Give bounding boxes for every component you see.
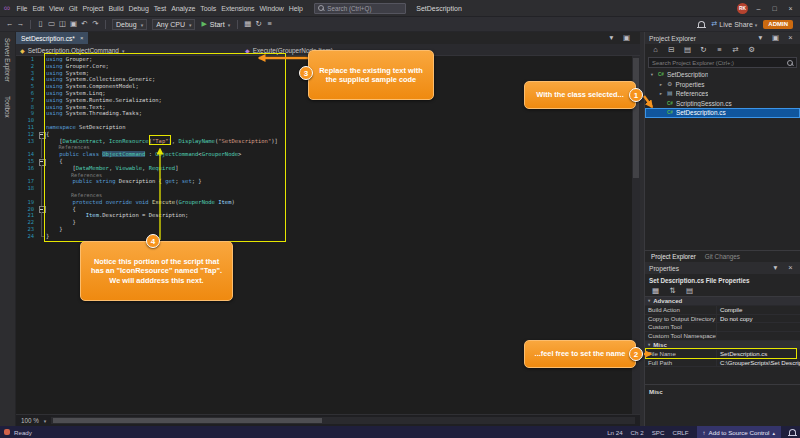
property-value[interactable] bbox=[717, 323, 800, 331]
type-dropdown[interactable]: SetDescription.ObjectCommand bbox=[16, 44, 128, 56]
property-value[interactable]: Compile bbox=[717, 306, 800, 314]
menu-test[interactable]: Test bbox=[151, 5, 168, 12]
side-tab-server-explorer[interactable]: Server Explorer bbox=[4, 38, 11, 82]
property-value[interactable]: C:\GrouperScripts\Set Descriptio bbox=[717, 359, 800, 367]
close-icon[interactable]: × bbox=[785, 261, 796, 275]
properties-header[interactable]: Properties ▾× bbox=[645, 262, 800, 274]
code-line[interactable]: 13 [DataContract, IconResource("Tap"), D… bbox=[18, 138, 632, 145]
code-line[interactable]: 11namespace SetDescription bbox=[18, 124, 632, 131]
menu-analyze[interactable]: Analyze bbox=[169, 5, 198, 12]
admin-badge[interactable]: ADMIN bbox=[763, 20, 793, 29]
tree-item-setdescription-cs[interactable]: C#SetDescription.cs bbox=[645, 108, 800, 118]
property-value[interactable]: Do not copy bbox=[717, 315, 800, 323]
property-category-misc[interactable]: ▾Misc bbox=[645, 341, 800, 350]
property-pages-icon[interactable]: ▤ bbox=[684, 284, 695, 298]
more-commands-icon[interactable]: ≡ bbox=[264, 17, 275, 31]
back-icon[interactable]: ← bbox=[4, 17, 15, 31]
code-line[interactable]: 21 Item.Description = Description; bbox=[18, 212, 632, 219]
project-explorer-search-input[interactable]: Search Project Explorer (Ctrl+;) bbox=[648, 57, 797, 68]
codelens-row[interactable]: References bbox=[18, 192, 632, 199]
notifications-bell-icon[interactable] bbox=[698, 21, 705, 27]
menu-edit[interactable]: Edit bbox=[30, 5, 47, 12]
panel-tab-project-explorer[interactable]: Project Explorer bbox=[651, 253, 696, 260]
menu-project[interactable]: Project bbox=[80, 5, 106, 12]
close-icon[interactable]: × bbox=[785, 31, 796, 45]
code-line[interactable]: 23 } bbox=[18, 226, 632, 233]
nest-icon[interactable]: ≡ bbox=[714, 43, 725, 57]
menu-tools[interactable]: Tools bbox=[198, 5, 219, 12]
new-file-icon[interactable]: ▯ bbox=[35, 17, 46, 31]
code-line[interactable]: 20 { bbox=[18, 206, 632, 213]
show-all-files-icon[interactable]: ▤ bbox=[682, 43, 693, 57]
solution-configuration-dropdown[interactable]: Debug bbox=[112, 19, 147, 30]
document-dropdown-icon[interactable]: ▾ bbox=[606, 31, 617, 45]
menu-help[interactable]: Help bbox=[286, 5, 305, 12]
property-value[interactable]: SetDescription.cs bbox=[717, 350, 800, 358]
expander-icon[interactable]: ▸ bbox=[658, 82, 664, 87]
open-file-icon[interactable]: ▭ bbox=[46, 17, 57, 31]
status-spc[interactable]: SPC bbox=[652, 429, 665, 436]
property-value[interactable] bbox=[717, 332, 800, 340]
menu-view[interactable]: View bbox=[47, 5, 67, 12]
status-ch-2[interactable]: Ch 2 bbox=[631, 429, 644, 436]
status-crlf[interactable]: CRLF bbox=[672, 429, 688, 436]
home-icon[interactable]: ⌂ bbox=[650, 43, 661, 57]
code-line[interactable]: 10 bbox=[18, 117, 632, 124]
code-line[interactable]: 12{ bbox=[18, 131, 632, 138]
tab-setdescription-cs[interactable]: SetDescription.cs* bbox=[16, 32, 88, 44]
close-tab-icon[interactable] bbox=[80, 35, 84, 41]
alphabetical-icon[interactable]: ⇅ bbox=[667, 284, 678, 298]
codelens-row[interactable]: References bbox=[18, 172, 632, 179]
tree-item-properties[interactable]: ▸⚙Properties bbox=[645, 80, 800, 90]
code-line[interactable]: 9using System.Threading.Tasks; bbox=[18, 110, 632, 117]
refresh-icon[interactable]: ↻ bbox=[698, 43, 709, 57]
tree-item-setdescription[interactable]: ▾C#SetDescription bbox=[645, 70, 800, 80]
menu-debug[interactable]: Debug bbox=[126, 5, 151, 12]
zoom-level[interactable]: 100 % bbox=[21, 417, 39, 424]
properties-icon[interactable]: ⚙ bbox=[746, 43, 757, 57]
fold-marker[interactable] bbox=[38, 131, 46, 138]
quick-search-input[interactable]: Search (Ctrl+Q) bbox=[314, 3, 406, 14]
collapse-all-icon[interactable]: ⊟ bbox=[666, 43, 677, 57]
scrollbar-thumb[interactable] bbox=[633, 58, 639, 178]
menu-window[interactable]: Window bbox=[257, 5, 286, 12]
user-avatar[interactable]: RK bbox=[737, 3, 748, 14]
menu-git[interactable]: Git bbox=[66, 5, 80, 12]
solution-platform-dropdown[interactable]: Any CPU bbox=[152, 19, 195, 30]
code-line[interactable]: 14 public class ObjectCommand : ObjectCo… bbox=[18, 151, 632, 158]
start-debugging-button[interactable]: ▶ Start bbox=[201, 20, 230, 28]
float-window-icon[interactable]: ▣ bbox=[621, 31, 632, 45]
code-line[interactable]: 17 public string Description { get; set;… bbox=[18, 178, 632, 185]
status-ln-24[interactable]: Ln 24 bbox=[607, 429, 622, 436]
live-share-button[interactable]: Live Share bbox=[711, 20, 757, 28]
code-line[interactable]: 19 protected override void Execute(Group… bbox=[18, 199, 632, 206]
undo-icon[interactable]: ↶ bbox=[79, 17, 90, 31]
live-unit-testing-icon[interactable]: ▦ bbox=[242, 17, 253, 31]
maximize-button[interactable] bbox=[769, 0, 780, 17]
fold-marker[interactable] bbox=[38, 158, 46, 165]
menu-file[interactable]: File bbox=[14, 5, 30, 12]
expander-icon[interactable]: ▾ bbox=[649, 72, 655, 77]
sync-icon[interactable]: ⇄ bbox=[730, 43, 741, 57]
save-all-icon[interactable]: ▣ bbox=[68, 17, 79, 31]
codelens-row[interactable]: References bbox=[18, 144, 632, 151]
menu-extensions[interactable]: Extensions bbox=[219, 5, 257, 12]
code-line[interactable]: 22 } bbox=[18, 219, 632, 226]
menu-build[interactable]: Build bbox=[106, 5, 126, 12]
property-category-advanced[interactable]: ▾Advanced bbox=[645, 297, 800, 306]
refresh-icon[interactable]: ↻ bbox=[253, 17, 264, 31]
forward-icon[interactable]: → bbox=[15, 17, 26, 31]
minimize-button[interactable] bbox=[753, 0, 764, 17]
fold-marker[interactable] bbox=[38, 206, 46, 213]
window-menu-icon[interactable]: ▾ bbox=[770, 261, 781, 275]
close-window-button[interactable] bbox=[785, 0, 796, 17]
tree-item-references[interactable]: ▸▤References bbox=[645, 89, 800, 99]
panel-tab-git-changes[interactable]: Git Changes bbox=[705, 253, 740, 260]
tree-item-scriptingsession-cs[interactable]: C#ScriptingSession.cs bbox=[645, 99, 800, 109]
code-line[interactable]: 15 { bbox=[18, 158, 632, 165]
redo-icon[interactable]: ↷ bbox=[90, 17, 101, 31]
notifications-bell-icon[interactable] bbox=[789, 429, 796, 435]
horizontal-scrollbar[interactable] bbox=[51, 417, 635, 424]
code-line[interactable]: 16 [DataMember, Viewable, Required] bbox=[18, 165, 632, 172]
expander-icon[interactable]: ▸ bbox=[658, 91, 664, 96]
